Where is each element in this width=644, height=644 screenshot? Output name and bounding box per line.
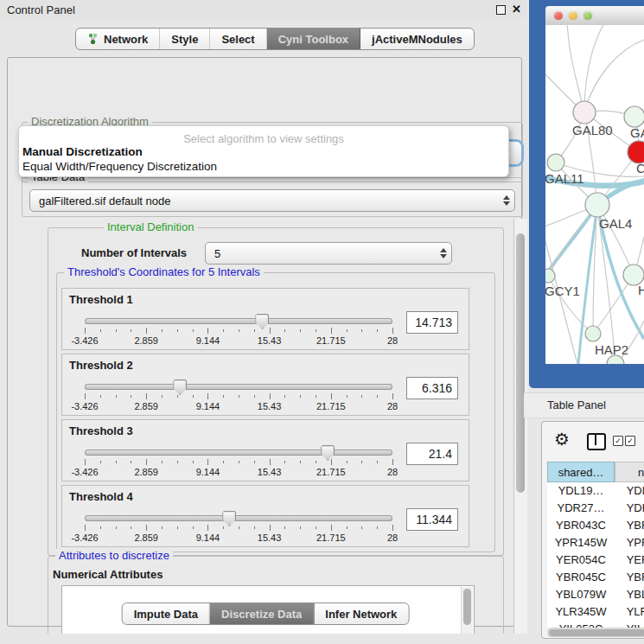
network-window-titlebar[interactable] — [545, 6, 644, 26]
threshold-value-field[interactable]: 11.344 — [406, 508, 458, 531]
tab-cyni-toolbox[interactable]: Cyni Toolbox — [267, 29, 360, 49]
scrollbar-thumb[interactable] — [549, 629, 644, 636]
cell-shared-name: YBR045C — [547, 569, 615, 586]
cell-name: YIL0 — [618, 621, 644, 628]
threshold-value-field[interactable]: 21.4 — [406, 443, 458, 465]
tab-label: Select — [221, 33, 254, 46]
scrollbar-thumb[interactable] — [463, 589, 471, 625]
threshold-value-field[interactable]: 6.316 — [406, 377, 458, 399]
slider-tick-label: 9.144 — [196, 532, 220, 543]
threshold-label: Threshold 1 — [69, 293, 133, 306]
tab-jactivemnodules[interactable]: jActiveMNodules — [360, 29, 474, 49]
close-icon[interactable]: ✕ — [512, 3, 521, 16]
network-icon — [87, 33, 99, 45]
slider-tick-label: 28 — [387, 335, 398, 346]
threshold-label: Threshold 2 — [69, 359, 133, 372]
slider-tick-label: 15.43 — [258, 467, 282, 477]
settings-scrollbar[interactable] — [513, 219, 527, 634]
network-edge[interactable] — [584, 40, 644, 112]
cell-name: YER0 — [618, 552, 644, 569]
combobox-value: 5 — [206, 247, 436, 260]
slider-tick-label: 28 — [387, 532, 398, 543]
slider-tick-label: 2.859 — [134, 467, 158, 477]
network-node[interactable] — [624, 106, 644, 127]
group-title: Interval Definition — [104, 220, 197, 233]
threshold-panel: Threshold 2 -3.4262.8599.14415.4321.7152… — [61, 354, 469, 416]
slider-tick-labels: -3.4262.8599.14415.4321.71528 — [85, 335, 392, 346]
number-of-intervals-combobox[interactable]: 5 — [205, 242, 452, 265]
table-row[interactable]: YLR345W YLR3 — [547, 603, 644, 621]
node-attribute-table: shared… n… YDL19… YDL1 YDR27… YDR2 YBR04… — [547, 462, 644, 628]
table-horizontal-scrollbar[interactable] — [547, 628, 644, 637]
table-panel-title: Table Panel — [547, 399, 606, 411]
tab-discretize-data[interactable]: Discretize Data — [210, 603, 314, 624]
tab-impute-data[interactable]: Impute Data — [123, 603, 210, 624]
stepper-icon — [499, 195, 514, 206]
network-node[interactable] — [585, 326, 601, 341]
table-row[interactable]: YIL053C YIL0 — [547, 621, 644, 628]
table-row[interactable]: YPR145W YPR1 — [547, 534, 644, 552]
cell-shared-name: YPR145W — [547, 534, 615, 552]
column-header-name[interactable]: n… — [615, 462, 644, 482]
tab-label: Style — [171, 33, 198, 46]
table-row[interactable]: YBR043C YBR0 — [547, 517, 644, 534]
checkbox-icon[interactable]: ✓ — [613, 436, 623, 446]
network-node-label: C — [636, 161, 644, 175]
table-row[interactable]: YDR27… YDR2 — [547, 500, 644, 517]
dropdown-hint: Select algorithm to view settings — [19, 132, 508, 145]
close-traffic-icon[interactable] — [554, 11, 563, 20]
tab-select[interactable]: Select — [210, 29, 266, 49]
cell-shared-name: YDL19… — [547, 482, 615, 500]
scrollbar-thumb[interactable] — [516, 233, 525, 493]
tab-label: Cyni Toolbox — [278, 33, 348, 46]
stepper-icon — [436, 248, 451, 258]
slider-tick-labels: -3.4262.8599.14415.4321.71528 — [85, 532, 392, 543]
minimize-traffic-icon[interactable] — [569, 11, 577, 20]
table-panel: ⚙ ✓ ✓ shared… n… YDL19… YDL1 YDR27… YDR2… — [541, 421, 644, 639]
zoom-traffic-icon[interactable] — [583, 11, 592, 20]
group-title: Attributes to discretize — [55, 549, 173, 562]
slider-track[interactable] — [85, 318, 392, 324]
slider-tick-label: 15.43 — [258, 335, 282, 346]
column-header-shared-name[interactable]: shared… — [547, 462, 615, 482]
dropdown-option-manual-discretization[interactable]: Manual Discretization — [22, 145, 143, 158]
dropdown-option-equal-width-frequency[interactable]: Equal Width/Frequency Discretization — [22, 160, 217, 173]
cell-shared-name: YBR043C — [547, 517, 615, 534]
slider-tick-label: -3.426 — [71, 532, 98, 543]
slider-ticks — [85, 393, 392, 400]
tab-infer-network[interactable]: Infer Network — [314, 603, 408, 624]
tab-style[interactable]: Style — [160, 29, 210, 49]
slider-track[interactable] — [85, 450, 392, 456]
threshold-value-field[interactable]: 14.713 — [406, 311, 458, 334]
slider-tick-label: 9.144 — [196, 401, 220, 411]
table-row[interactable]: YBR045C YBR0 — [547, 569, 644, 586]
slider-ticks — [85, 328, 392, 335]
list-scrollbar[interactable] — [461, 587, 473, 634]
network-node[interactable] — [585, 193, 609, 217]
float-window-icon[interactable] — [496, 5, 506, 15]
network-node[interactable] — [573, 101, 596, 124]
tab-network[interactable]: Network — [76, 29, 160, 49]
network-node[interactable] — [547, 154, 564, 171]
threshold-panel: Threshold 3 -3.4262.8599.14415.4321.7152… — [61, 419, 469, 481]
cell-name: YBR0 — [618, 517, 644, 534]
slider-track[interactable] — [85, 515, 392, 521]
slider-tick-label: -3.426 — [71, 335, 98, 346]
checkbox-icon[interactable]: ✓ — [625, 436, 635, 446]
slider-tick-labels: -3.4262.8599.14415.4321.71528 — [85, 401, 392, 411]
network-node[interactable] — [545, 269, 555, 283]
panel-title: Control Panel — [7, 3, 75, 16]
network-edge[interactable] — [584, 25, 606, 112]
group-title: Threshold's Coordinates for 5 Intervals — [64, 265, 264, 278]
gear-icon[interactable]: ⚙ — [554, 429, 570, 450]
table-rows: YDL19… YDL1 YDR27… YDR2 YBR043C YBR0 YPR… — [547, 482, 644, 628]
table-row[interactable]: YER054C YER0 — [547, 552, 644, 569]
table-row[interactable]: YBL079W YBL0 — [547, 586, 644, 603]
table-data-combobox[interactable]: galFiltered.sif default node — [29, 189, 515, 212]
network-canvas[interactable]: GAL80GACGAL11GAL4GCY1HHAP2 — [545, 25, 644, 364]
table-row[interactable]: YDL19… YDL1 — [547, 482, 644, 500]
columns-icon[interactable] — [587, 433, 606, 450]
slider-track[interactable] — [85, 384, 392, 390]
settings-scroll-area: Interval Definition Number of Intervals … — [20, 219, 513, 634]
cell-shared-name: YIL053C — [547, 621, 615, 628]
